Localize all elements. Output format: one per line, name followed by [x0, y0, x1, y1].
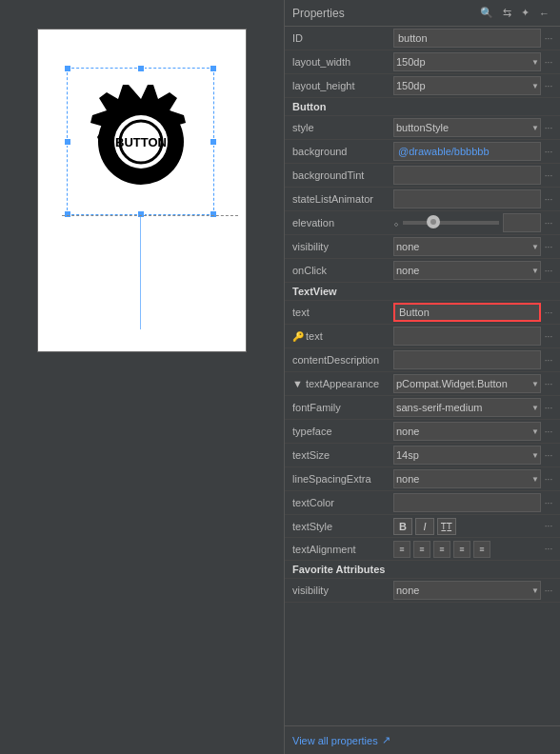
elevation-more[interactable]: ··· [541, 218, 556, 228]
canvas-panel: BUTTON [0, 0, 284, 754]
layout-height-row: layout_height 150dp ··· [285, 74, 560, 98]
tt-button[interactable]: T̲T̲ [437, 518, 456, 535]
handle-mr[interactable] [210, 138, 217, 146]
elevation-input[interactable] [503, 213, 541, 232]
handle-br[interactable] [210, 210, 217, 218]
slider-thumb[interactable] [427, 215, 440, 228]
text-color-more[interactable]: ··· [541, 498, 556, 508]
background-label: background [289, 146, 393, 157]
arrow-icon[interactable]: ← [536, 7, 552, 20]
align-center-button[interactable]: ≡ [433, 541, 450, 558]
onclick-more[interactable]: ··· [541, 266, 556, 276]
layout-width-more[interactable]: ··· [541, 57, 556, 68]
font-family-row: fontFamily sans-serif-medium ··· [285, 396, 560, 420]
italic-button[interactable]: I [415, 518, 434, 535]
handle-tc[interactable] [137, 65, 145, 72]
button-section-label: Button [292, 101, 326, 112]
text-appearance-value: pCompat.Widget.Button [393, 374, 541, 393]
handle-ml[interactable] [64, 138, 71, 146]
background-row: background ··· [285, 140, 560, 164]
state-list-animator-more[interactable]: ··· [541, 194, 556, 205]
typeface-select[interactable]: none [393, 422, 541, 441]
text-input[interactable] [393, 303, 541, 322]
elevation-value: ⬦ [393, 213, 541, 232]
text-size-select[interactable]: 14sp [393, 446, 541, 465]
id-input[interactable] [393, 29, 541, 48]
background-more[interactable]: ··· [541, 147, 556, 157]
view-all-properties-link[interactable]: View all properties [292, 735, 378, 746]
text-color-value [393, 493, 541, 512]
handle-tl[interactable] [64, 65, 71, 72]
text-style-label: textStyle [289, 521, 393, 532]
text-size-more[interactable]: ··· [541, 450, 556, 461]
content-desc-more[interactable]: ··· [541, 355, 556, 366]
text-style-more[interactable]: ··· [541, 521, 556, 531]
id-row: ID ··· [285, 27, 560, 50]
handle-tr[interactable] [210, 65, 217, 72]
layout-width-select[interactable]: 150dp [393, 52, 541, 71]
text2-more[interactable]: ··· [541, 331, 556, 342]
text-color-input[interactable] [393, 493, 541, 512]
line-spacing-select[interactable]: none [393, 469, 541, 488]
search-icon[interactable]: 🔍 [477, 6, 496, 20]
state-list-animator-input[interactable] [393, 189, 541, 208]
elevation-label: elevation [289, 217, 393, 228]
view-all-arrow: ↗ [382, 734, 390, 746]
background-tint-input[interactable] [393, 166, 541, 185]
layout-height-more[interactable]: ··· [541, 81, 556, 91]
line-spacing-label: lineSpacingExtra [289, 473, 393, 485]
style-more[interactable]: ··· [541, 123, 556, 133]
text-appearance-label: ▼ textAppearance [289, 378, 393, 389]
guide-line-horizontal [62, 215, 238, 216]
align-justify-button[interactable]: ≡ [473, 541, 490, 558]
text2-input[interactable] [393, 327, 541, 346]
font-family-more[interactable]: ··· [541, 403, 556, 413]
visibility2-row: visibility none ··· [285, 579, 560, 603]
onclick-row: onClick none ··· [285, 259, 560, 283]
text-alignment-more[interactable]: ··· [541, 544, 556, 554]
content-desc-input[interactable] [393, 350, 541, 369]
visibility-select[interactable]: none [393, 237, 541, 256]
button-widget[interactable]: BUTTON [67, 68, 214, 215]
bold-button[interactable]: B [393, 518, 412, 535]
background-input[interactable] [393, 142, 541, 161]
layout-height-select[interactable]: 150dp [393, 76, 541, 95]
text-alignment-value: ≡ ≡ ≡ ≡ ≡ [393, 541, 541, 558]
line-spacing-more[interactable]: ··· [541, 474, 556, 485]
design-canvas[interactable]: BUTTON [0, 0, 284, 754]
style-label: style [289, 122, 393, 133]
header-icons: 🔍 ⇆ ✦ ← [477, 6, 552, 20]
visibility-more[interactable]: ··· [541, 242, 556, 252]
typeface-value: none [393, 422, 541, 441]
content-desc-row: contentDescription ··· [285, 348, 560, 372]
font-family-label: fontFamily [289, 402, 393, 413]
elevation-slider[interactable] [403, 221, 499, 225]
onclick-select[interactable]: none [393, 261, 541, 280]
layout-width-label: layout_width [289, 56, 393, 68]
state-list-animator-value [393, 189, 541, 208]
visibility2-select[interactable]: none [393, 581, 541, 600]
text-more[interactable]: ··· [541, 308, 556, 318]
style-select[interactable]: buttonStyle [393, 118, 541, 137]
background-tint-more[interactable]: ··· [541, 170, 556, 181]
text-appearance-more[interactable]: ··· [541, 379, 556, 389]
typeface-more[interactable]: ··· [541, 427, 556, 437]
gear-icon[interactable]: ✦ [518, 6, 532, 20]
align-center-left-button[interactable]: ≡ [413, 541, 430, 558]
layout-height-value: 150dp [393, 76, 541, 95]
text-style-value: B I T̲T̲ [393, 518, 541, 535]
visibility2-more[interactable]: ··· [541, 585, 556, 596]
link-icon[interactable]: ⇆ [500, 6, 514, 20]
text-appearance-select[interactable]: pCompat.Widget.Button [393, 374, 541, 393]
id-more[interactable]: ··· [541, 33, 556, 44]
text2-row: 🔑 text ··· [285, 325, 560, 348]
font-family-select[interactable]: sans-serif-medium [393, 398, 541, 417]
layout-width-value: 150dp [393, 52, 541, 71]
align-left-button[interactable]: ≡ [393, 541, 410, 558]
textview-section-label: TextView [292, 286, 337, 297]
textview-section-header: TextView [285, 283, 560, 301]
state-list-animator-label: stateListAnimator [289, 193, 393, 205]
onclick-value: none [393, 261, 541, 280]
align-right-button[interactable]: ≡ [453, 541, 470, 558]
handle-bl[interactable] [64, 210, 71, 218]
